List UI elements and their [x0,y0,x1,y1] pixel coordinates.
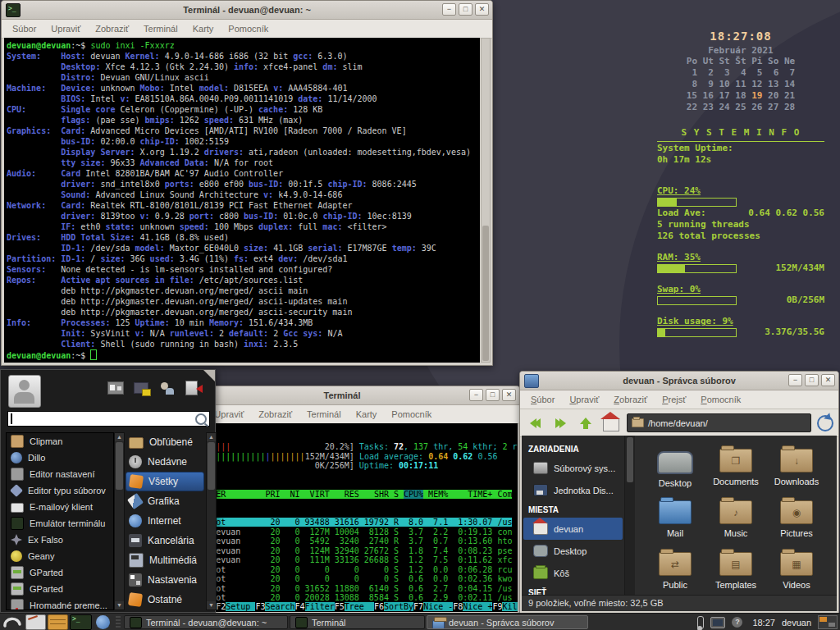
app-item[interactable]: GParted [7,564,113,581]
titlebar[interactable]: Terminál - devuan@devuan: ~ − □ ✕ [2,1,492,20]
category-item[interactable]: Nastavenia [126,570,204,590]
panel-handle[interactable] [116,616,121,628]
app-item[interactable]: Editor nastavení [7,466,113,482]
process-row[interactable]: ot 20 0 20028 13088 8584 S 0.6 2.9 0:02.… [167,593,518,603]
thermometer-tray-icon[interactable] [697,616,704,629]
close-button[interactable]: ✕ [821,374,835,386]
folder-item[interactable]: ↓Downloads [766,442,827,494]
category-item[interactable]: Multimédiá [126,550,204,570]
help-tray-icon[interactable]: ? [732,617,742,628]
minimize-button[interactable]: − [442,3,456,16]
folder-item[interactable]: ❐Documents [705,442,766,494]
app-item[interactable]: Geany [7,548,113,564]
window-button[interactable]: Terminál [290,615,425,629]
titlebar[interactable]: devuan - Správca súborov − □ ✕ [520,372,838,390]
app-item[interactable]: E-mailový klient [7,499,113,515]
search-input[interactable] [7,411,210,427]
process-row[interactable]: ot 20 0 0 0 0 S 1.2 0.0 0:06.28 rcu [167,565,518,575]
path-bar[interactable]: /home/devuan/ [627,413,811,432]
back-button[interactable] [525,413,545,433]
category-item[interactable]: Grafika [126,491,204,511]
app-item[interactable]: Clipman [7,433,113,450]
display-tray-icon[interactable] [710,617,725,628]
app-item[interactable]: Ex Falso [7,532,113,548]
app-item[interactable]: GParted [7,581,113,597]
process-table-header[interactable]: ER PRI NI VIRT RES SHR S CPU% MEM% TIME+… [167,490,518,500]
sidebar-scrollbar[interactable] [624,436,635,596]
htop-output[interactable]: ||| 20.2%] Tasks: 72, 137 thr, 54 kthr; … [167,423,518,612]
app-item[interactable]: Emulátor terminálu [7,515,113,532]
folder-item[interactable]: ▦Videos [766,546,827,597]
category-item[interactable]: Kancelária [126,531,204,550]
app-item[interactable]: Hromadné preme... [7,597,113,610]
process-row[interactable]: ot 20 0 31652 11880 6140 S 0.6 2.7 0:04.… [167,584,518,594]
function-key-bar[interactable]: F2Setup F3SearchF4FilterF5Tree F6SortByF… [167,602,518,612]
sidebar-item-k-[interactable]: Kôš [522,562,624,584]
process-row[interactable]: evuan 20 0 111M 33136 26688 S 1.2 7.5 0:… [167,555,518,565]
menu-item[interactable]: Terminál [299,405,349,423]
menu-item[interactable]: Zobraziť [88,20,136,38]
sidebar-item-devuan[interactable]: devuan [523,518,623,540]
category-scrollbar[interactable]: ▲▼ [206,432,217,610]
window-button[interactable]: Terminál - devuan@devuan: ~ [124,615,288,629]
folder-item[interactable]: ◉Pictures [766,494,827,546]
process-row[interactable]: ot 20 0 0 0 0 S 0.6 0.0 0:02.36 kwo [167,574,518,584]
menu-item[interactable]: Zobraziť [606,390,655,409]
menu-item[interactable]: Upraviť [562,390,606,409]
maximize-button[interactable]: □ [486,389,500,401]
switch-user-button[interactable] [155,377,177,399]
minimize-button[interactable]: − [788,374,802,386]
terminal-output[interactable]: devuan@devuan:~$ sudo inxi -FxxxrzSystem… [4,38,480,363]
process-row[interactable]: ot 20 0 93488 31616 19792 R 8.0 7.1 1:30… [167,518,518,527]
menu-item[interactable]: Súbor [523,390,562,409]
folder-item[interactable]: ⇄Public [645,546,705,597]
category-item[interactable]: Príslušenstvo [126,609,204,610]
menu-item[interactable]: Súbor [5,20,43,38]
launcher-file-cabinet[interactable] [48,614,68,630]
menu-item[interactable]: Prejsť [655,390,693,409]
forward-button[interactable] [550,413,570,433]
sidebar-item-desktop[interactable]: Desktop [522,540,624,562]
process-row[interactable]: evuan 20 0 124M 32940 27672 S 1.8 7.4 0:… [167,546,518,556]
launcher-terminal[interactable]: >_ [70,614,92,630]
category-item[interactable]: Internet [126,511,204,531]
workspace-pager[interactable] [818,615,838,629]
maximize-button[interactable]: □ [459,3,472,16]
launcher-browser[interactable] [96,615,110,629]
maximize-button[interactable]: □ [805,374,819,386]
logout-button[interactable] [180,377,203,399]
category-item[interactable]: Ostatné [126,590,204,609]
close-button[interactable]: ✕ [475,3,489,16]
minimize-button[interactable]: − [469,389,483,401]
process-row[interactable]: evuan 20 0 127M 10004 8128 S 3.7 2.2 0:1… [167,527,518,537]
scrollbar-thumb[interactable] [627,437,633,482]
folder-item[interactable]: Desktop [645,442,705,494]
home-button[interactable] [601,413,621,433]
menu-item[interactable]: Zobraziť [251,405,299,423]
sidebar-item-jednotka-dis-[interactable]: Jednotka Dis... [522,479,624,501]
sidebar-item-s-borov-sys-[interactable]: Súborový sys... [522,457,624,479]
scrollbar-thumb[interactable] [482,226,489,361]
menu-item[interactable]: Upraviť [43,20,88,38]
close-button[interactable]: ✕ [502,389,516,401]
app-list-scrollbar[interactable]: ▲▼ [114,432,125,610]
menu-item[interactable]: Terminál [136,20,185,38]
menu-item[interactable]: Pomocník [221,20,276,38]
menu-item[interactable]: Karty [185,20,221,38]
menu-item[interactable]: Pomocník [693,390,748,409]
up-button[interactable] [576,413,596,433]
folder-item[interactable]: Mail [645,494,705,546]
launcher-newsreader[interactable] [25,614,46,630]
app-item[interactable]: Dillo [7,450,113,466]
user-avatar[interactable] [8,375,41,408]
folder-item[interactable]: ▤Templates [705,546,766,597]
folder-item[interactable]: ♪Music [705,494,766,546]
refresh-icon[interactable] [817,415,833,431]
category-item[interactable]: Obľúbené [126,432,204,452]
panel-clock[interactable]: 18:27 [752,618,775,628]
menu-item[interactable]: Karty [349,405,385,423]
category-item[interactable]: Nedávne [126,452,204,472]
lock-screen-button[interactable] [130,377,152,399]
panel-username[interactable]: devuan [782,618,811,628]
all-settings-button[interactable] [104,377,126,399]
